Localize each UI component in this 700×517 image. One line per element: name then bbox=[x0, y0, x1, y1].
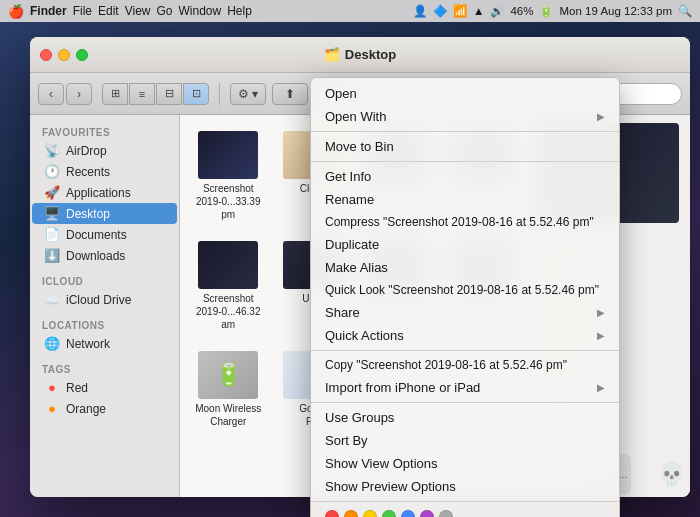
user-icon: 👤 bbox=[413, 4, 427, 18]
ctx-import-label: Import from iPhone or iPad bbox=[325, 380, 480, 395]
sidebar-item-label: Recents bbox=[66, 165, 110, 179]
network-icon: 🌐 bbox=[44, 336, 60, 351]
ctx-quick-actions-label: Quick Actions bbox=[325, 328, 404, 343]
sidebar-item-documents[interactable]: 📄 Documents bbox=[32, 224, 177, 245]
applications-icon: 🚀 bbox=[44, 185, 60, 200]
list-view-button[interactable]: ≡ bbox=[129, 83, 155, 105]
tag-orange-dot[interactable] bbox=[344, 510, 358, 517]
search-icon[interactable]: 🔍 bbox=[678, 4, 692, 18]
nav-buttons: ‹ › bbox=[38, 83, 92, 105]
ctx-get-info[interactable]: Get Info bbox=[311, 165, 619, 188]
file-item[interactable]: 🔋 Moon WirelessCharger bbox=[190, 345, 267, 434]
sidebar-item-applications[interactable]: 🚀 Applications bbox=[32, 182, 177, 203]
sidebar-item-airdrop[interactable]: 📡 AirDrop bbox=[32, 140, 177, 161]
ctx-share[interactable]: Share ▶ bbox=[311, 301, 619, 324]
ctx-open[interactable]: Open bbox=[311, 82, 619, 105]
file-thumbnail bbox=[198, 131, 258, 179]
locations-title: Locations bbox=[30, 316, 179, 333]
ctx-show-view-options[interactable]: Show View Options bbox=[311, 452, 619, 475]
desktop-icon: 🖥️ bbox=[44, 206, 60, 221]
ctx-use-groups[interactable]: Use Groups bbox=[311, 406, 619, 429]
gallery-view-button[interactable]: ⊡ bbox=[183, 83, 209, 105]
ctx-get-info-label: Get Info bbox=[325, 169, 371, 184]
sidebar-item-recents[interactable]: 🕐 Recents bbox=[32, 161, 177, 182]
finder-menu[interactable]: Finder bbox=[30, 4, 67, 18]
ctx-copy-label: Copy "Screenshot 2019-08-16 at 5.52.46 p… bbox=[325, 358, 567, 372]
tags-title: Tags bbox=[30, 360, 179, 377]
minimize-button[interactable] bbox=[58, 49, 70, 61]
tag-green-dot[interactable] bbox=[382, 510, 396, 517]
ctx-quick-look[interactable]: Quick Look "Screenshot 2019-08-16 at 5.5… bbox=[311, 279, 619, 301]
share-button[interactable]: ⬆ bbox=[272, 83, 308, 105]
sidebar-item-tag-orange[interactable]: ● Orange bbox=[32, 398, 177, 419]
apple-icon[interactable]: 🍎 bbox=[8, 4, 24, 19]
ctx-make-alias[interactable]: Make Alias bbox=[311, 256, 619, 279]
column-view-button[interactable]: ⊟ bbox=[156, 83, 182, 105]
sidebar-item-label: Red bbox=[66, 381, 88, 395]
file-thumbnail: 🔋 bbox=[198, 351, 258, 399]
close-button[interactable] bbox=[40, 49, 52, 61]
back-button[interactable]: ‹ bbox=[38, 83, 64, 105]
sidebar: Favourites 📡 AirDrop 🕐 Recents 🚀 Applica… bbox=[30, 115, 180, 497]
view-menu[interactable]: View bbox=[125, 4, 151, 18]
help-menu[interactable]: Help bbox=[227, 4, 252, 18]
file-item[interactable]: Screenshot2019-0...46.32 am bbox=[190, 235, 267, 337]
ctx-quick-actions[interactable]: Quick Actions ▶ bbox=[311, 324, 619, 347]
bluetooth-icon: 🔷 bbox=[433, 4, 447, 18]
file-menu[interactable]: File bbox=[73, 4, 92, 18]
sidebar-item-label: Orange bbox=[66, 402, 106, 416]
file-item[interactable]: Screenshot2019-0...33.39 pm bbox=[190, 125, 267, 227]
traffic-lights bbox=[40, 49, 88, 61]
tag-gray-dot[interactable] bbox=[439, 510, 453, 517]
battery-icon: 🔋 bbox=[539, 4, 553, 18]
sidebar-item-downloads[interactable]: ⬇️ Downloads bbox=[32, 245, 177, 266]
sidebar-item-icloud-drive[interactable]: ☁️ iCloud Drive bbox=[32, 289, 177, 310]
sidebar-item-label: Network bbox=[66, 337, 110, 351]
icon-view-button[interactable]: ⊞ bbox=[102, 83, 128, 105]
ctx-duplicate[interactable]: Duplicate bbox=[311, 233, 619, 256]
maximize-button[interactable] bbox=[76, 49, 88, 61]
tag-blue-dot[interactable] bbox=[401, 510, 415, 517]
desktop: 🗂️ Desktop ‹ › ⊞ ≡ ⊟ ⊡ ⚙ ▾ ⬆ 🏷 🔍 Search bbox=[0, 22, 700, 517]
tag-purple-dot[interactable] bbox=[420, 510, 434, 517]
arrange-button[interactable]: ⚙ ▾ bbox=[230, 83, 266, 105]
sidebar-item-desktop[interactable]: 🖥️ Desktop bbox=[32, 203, 177, 224]
file-thumbnail bbox=[198, 241, 258, 289]
icloud-title: iCloud bbox=[30, 272, 179, 289]
ctx-quick-look-label: Quick Look "Screenshot 2019-08-16 at 5.5… bbox=[325, 283, 599, 297]
sidebar-item-label: iCloud Drive bbox=[66, 293, 131, 307]
upload-icon: ▲ bbox=[473, 5, 484, 17]
toolbar-separator bbox=[219, 83, 220, 105]
ctx-show-preview-options[interactable]: Show Preview Options bbox=[311, 475, 619, 498]
tag-red-dot[interactable] bbox=[325, 510, 339, 517]
ctx-move-bin-label: Move to Bin bbox=[325, 139, 394, 154]
ctx-make-alias-label: Make Alias bbox=[325, 260, 388, 275]
go-menu[interactable]: Go bbox=[157, 4, 173, 18]
ctx-compress[interactable]: Compress "Screenshot 2019-08-16 at 5.52.… bbox=[311, 211, 619, 233]
edit-menu[interactable]: Edit bbox=[98, 4, 119, 18]
ctx-show-view-options-label: Show View Options bbox=[325, 456, 438, 471]
ctx-separator bbox=[311, 161, 619, 162]
file-name: Screenshot2019-0...46.32 am bbox=[194, 292, 263, 331]
ctx-copy[interactable]: Copy "Screenshot 2019-08-16 at 5.52.46 p… bbox=[311, 354, 619, 376]
datetime: Mon 19 Aug 12:33 pm bbox=[559, 5, 672, 17]
ctx-move-to-bin[interactable]: Move to Bin bbox=[311, 135, 619, 158]
ctx-import[interactable]: Import from iPhone or iPad ▶ bbox=[311, 376, 619, 399]
ctx-rename[interactable]: Rename bbox=[311, 188, 619, 211]
ctx-open-with[interactable]: Open With ▶ bbox=[311, 105, 619, 128]
ctx-chevron-icon: ▶ bbox=[597, 382, 605, 393]
title-text: Desktop bbox=[345, 47, 396, 62]
icloud-icon: ☁️ bbox=[44, 292, 60, 307]
ctx-open-with-label: Open With bbox=[325, 109, 386, 124]
sidebar-item-label: Applications bbox=[66, 186, 131, 200]
tag-red-icon: ● bbox=[44, 380, 60, 395]
forward-button[interactable]: › bbox=[66, 83, 92, 105]
tag-yellow-dot[interactable] bbox=[363, 510, 377, 517]
sidebar-item-tag-red[interactable]: ● Red bbox=[32, 377, 177, 398]
window-menu[interactable]: Window bbox=[179, 4, 222, 18]
battery-level: 46% bbox=[510, 5, 533, 17]
ctx-chevron-icon: ▶ bbox=[597, 111, 605, 122]
ctx-chevron-icon: ▶ bbox=[597, 330, 605, 341]
ctx-sort-by[interactable]: Sort By bbox=[311, 429, 619, 452]
sidebar-item-network[interactable]: 🌐 Network bbox=[32, 333, 177, 354]
